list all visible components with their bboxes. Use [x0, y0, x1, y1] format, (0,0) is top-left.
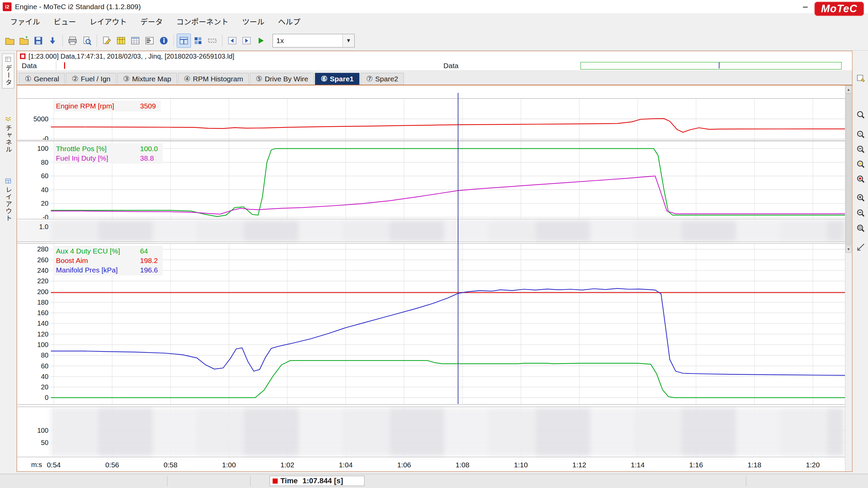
svg-text:5000: 5000: [34, 115, 49, 123]
chart-panel-engine-rpm[interactable]: 5000-0Engine RPM [rpm]3509: [17, 98, 845, 140]
svg-text:20: 20: [41, 200, 48, 207]
scroll-thumb[interactable]: [846, 94, 851, 245]
channel-value: 3509: [140, 101, 156, 111]
menu-view[interactable]: ビュー: [47, 13, 83, 31]
dock-tab-channels[interactable]: チャネル: [2, 114, 14, 155]
data-group-header: Data: [443, 61, 458, 70]
worksheet-properties-button[interactable]: [854, 72, 867, 85]
zoom-out-vertical-button[interactable]: [854, 207, 867, 220]
dock-tab-layout[interactable]: レイアウト: [2, 176, 14, 224]
scroll-down-button[interactable]: ▼: [846, 245, 851, 253]
svg-text:80: 80: [41, 159, 48, 166]
time-tick-label: 0:54: [47, 461, 61, 469]
svg-text:-0: -0: [42, 135, 48, 140]
data-column-header[interactable]: Data: [17, 61, 56, 70]
layout-pane-icon: [5, 178, 12, 184]
open-folder-icon: [5, 36, 15, 46]
channel-editor-button[interactable]: [114, 34, 128, 48]
track-strip-button[interactable]: [205, 34, 219, 48]
chart-panel-throttle-fuel[interactable]: 10080604020-0Throttle Pos [%]100.0Fuel I…: [17, 141, 845, 219]
magnifier-reset-icon: [856, 224, 866, 233]
previous-lap-button[interactable]: [225, 34, 239, 48]
save-button[interactable]: [31, 34, 45, 48]
worksheet-pane-button[interactable]: [177, 34, 191, 48]
edit-details-button[interactable]: [100, 34, 114, 48]
channel-label: Fuel Inj Duty [%]: [56, 154, 140, 163]
channel-label: Throttle Pos [%]: [56, 144, 140, 154]
channel-value: 196.6: [140, 265, 158, 275]
printer-icon: [67, 36, 78, 46]
panel-legend: Throttle Pos [%]100.0Fuel Inj Duty [%]38…: [53, 143, 163, 164]
tab-general[interactable]: ①General: [19, 73, 65, 85]
chart-area[interactable]: 5000-0Engine RPM [rpm]350910080604020-0T…: [17, 85, 845, 471]
components-grid-button[interactable]: [191, 34, 205, 48]
zoom-out-button[interactable]: [854, 143, 867, 156]
zoom-full-button[interactable]: [854, 222, 867, 235]
scroll-up-button[interactable]: ▲: [846, 86, 851, 93]
time-axis-unit: m:s: [31, 461, 42, 469]
status-separator: [746, 476, 746, 486]
data-table-button[interactable]: [128, 34, 142, 48]
status-separator: [250, 476, 251, 486]
tab-drive-by-wire[interactable]: ⑤Drive By Wire: [250, 73, 314, 85]
menu-help[interactable]: ヘルプ: [271, 13, 307, 31]
menu-file[interactable]: ファイル: [3, 13, 47, 31]
dock-tab-data[interactable]: データ: [2, 54, 14, 88]
playback-speed-value: 1x: [273, 37, 342, 45]
tab-mixture-map[interactable]: ③Mixture Map: [117, 73, 177, 85]
time-tick-label: 1:00: [222, 461, 236, 469]
time-tick-label: 1:10: [514, 461, 528, 469]
zoom-window-button[interactable]: [854, 128, 867, 141]
menu-tools[interactable]: ツール: [235, 13, 271, 31]
right-tool-bar: [853, 51, 868, 472]
time-range-overview[interactable]: [580, 62, 842, 69]
overview-cursor[interactable]: [719, 62, 719, 68]
open-file-button[interactable]: [3, 34, 17, 48]
import-data-button[interactable]: [45, 34, 60, 48]
play-icon: [256, 36, 266, 46]
download-arrow-icon: [47, 36, 58, 46]
tab-spare1[interactable]: ⑥Spare1: [315, 73, 359, 85]
dock-tab-label: データ: [4, 65, 13, 86]
print-preview-button[interactable]: [80, 34, 94, 48]
channel-value: 100.0: [140, 144, 158, 154]
zoom-highlight-button[interactable]: [854, 158, 867, 171]
magnifier-yellow-icon: [856, 160, 866, 169]
zoom-record-button[interactable]: [854, 173, 867, 186]
menu-data[interactable]: データ: [134, 13, 170, 31]
menu-components[interactable]: コンポーネント: [170, 13, 235, 31]
log-marker: [64, 62, 65, 69]
svg-text:60: 60: [41, 172, 48, 180]
folder-new-icon: [19, 36, 29, 46]
measure-button[interactable]: [854, 241, 867, 253]
workspace-frame: [1:23.000] Data,17:47:31, 2018/02/03, , …: [17, 51, 852, 472]
tab-fuel-ign[interactable]: ②Fuel / Ign: [66, 73, 116, 85]
svg-text:160: 160: [37, 309, 48, 317]
play-button[interactable]: [254, 34, 268, 48]
playback-speed-select[interactable]: 1x ▼: [273, 34, 355, 47]
info-icon: [159, 36, 169, 46]
next-lap-button[interactable]: [239, 34, 254, 48]
app-icon: i2: [3, 2, 12, 11]
zoom-default-button[interactable]: [854, 108, 867, 121]
tab-label: RPM Histogram: [193, 75, 243, 83]
chevron-down-icon: ▼: [342, 35, 354, 47]
details-info-button[interactable]: [157, 34, 171, 48]
svg-text:-0: -0: [42, 214, 48, 219]
tab-spare2[interactable]: ⑦Spare2: [360, 73, 404, 85]
menu-layout[interactable]: レイアウト: [83, 13, 134, 31]
chart-panel-hidden-bottom[interactable]: 10050: [17, 407, 845, 457]
print-button[interactable]: [65, 34, 80, 48]
time-cursor-line[interactable]: [458, 93, 458, 404]
values-list-button[interactable]: [142, 34, 157, 48]
panel-legend: Engine RPM [rpm]3509: [53, 101, 161, 111]
tab-rpm-histogram[interactable]: ④RPM Histogram: [178, 73, 249, 85]
magnifier-minus-icon: [856, 145, 866, 154]
print-preview-icon: [82, 36, 92, 46]
left-dock-bar: データ チャネル レイアウト: [0, 51, 17, 472]
minimize-button[interactable]: [793, 0, 818, 13]
zoom-in-vertical-button[interactable]: [854, 191, 867, 204]
chart-panel-boost-manifold[interactable]: 280260240220200180160140120100806040200A…: [17, 243, 845, 405]
open-recent-button[interactable]: [17, 34, 31, 48]
motec-logo: MoTeC: [814, 2, 864, 16]
